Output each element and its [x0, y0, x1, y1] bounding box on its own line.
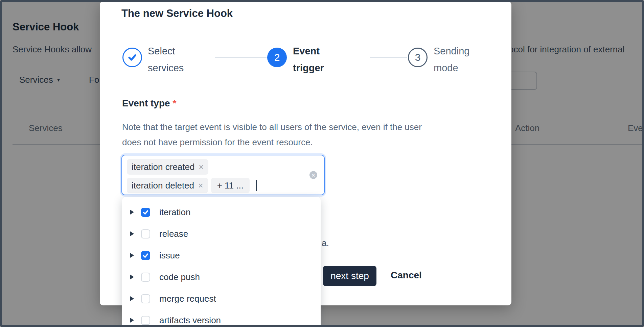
expand-caret-icon[interactable] — [130, 275, 134, 279]
step-2-circle[interactable]: 2 — [267, 48, 287, 67]
event-type-note: Note that the target event is visible to… — [122, 120, 422, 150]
dropdown-item-release[interactable]: release — [122, 223, 321, 245]
dropdown-item-merge-request[interactable]: merge request — [122, 288, 321, 309]
remove-tag-icon[interactable]: × — [198, 179, 203, 192]
checkbox-code-push[interactable] — [141, 273, 150, 282]
check-icon — [142, 252, 149, 259]
step-1-circle[interactable] — [122, 48, 142, 67]
screen-frame: Service Hook Service Hooks allow ocol fo… — [0, 0, 644, 327]
step-connector-1 — [215, 57, 267, 58]
step-3-circle[interactable]: 3 — [408, 48, 428, 67]
step-3-number: 3 — [415, 52, 421, 63]
tag-iteration-deleted[interactable]: iteration deleted × — [127, 178, 208, 193]
checkbox-artifacts-version[interactable] — [141, 316, 150, 325]
check-icon — [142, 209, 149, 216]
checkbox-iteration[interactable] — [141, 208, 150, 217]
step-2-label: Event trigger — [293, 43, 324, 76]
tag-row-2: iteration deleted × + 11 ... — [127, 178, 319, 193]
checkbox-merge-request[interactable] — [141, 294, 150, 303]
dropdown-item-issue[interactable]: issue — [122, 245, 321, 266]
step-1-label: Select services — [148, 43, 184, 76]
remove-tag-icon[interactable]: × — [199, 160, 204, 173]
event-type-multiselect[interactable]: iteration created × iteration deleted × … — [121, 155, 325, 195]
checkbox-release[interactable] — [141, 229, 150, 238]
dropdown-item-artifacts-version[interactable]: artifacts version — [122, 309, 321, 327]
modal-title: The new Service Hook — [121, 7, 233, 20]
required-asterisk: * — [173, 98, 177, 108]
expand-caret-icon[interactable] — [130, 231, 134, 236]
expand-caret-icon[interactable] — [130, 253, 134, 258]
dropdown-item-iteration[interactable]: iteration — [122, 201, 321, 223]
step-connector-2 — [370, 57, 407, 58]
check-icon — [127, 52, 137, 62]
event-type-label: Event type* — [122, 98, 177, 109]
step-2-number: 2 — [274, 52, 280, 63]
expand-caret-icon[interactable] — [130, 296, 134, 301]
dropdown-item-code-push[interactable]: code push — [122, 266, 321, 288]
tag-iteration-created[interactable]: iteration created × — [127, 159, 208, 175]
expand-caret-icon[interactable] — [130, 210, 134, 215]
step-3-label: Sending mode — [434, 43, 469, 76]
expand-caret-icon[interactable] — [130, 318, 134, 323]
text-cursor — [256, 180, 257, 191]
cancel-button[interactable]: Cancel — [391, 270, 422, 281]
checkbox-issue[interactable] — [141, 251, 150, 260]
next-step-button[interactable]: next step — [323, 266, 376, 286]
event-type-dropdown: iteration release issue code push — [122, 197, 321, 327]
tag-row-1: iteration created × — [127, 159, 319, 175]
clear-selection-icon[interactable]: ✕ — [309, 171, 317, 179]
more-tags-badge[interactable]: + 11 ... — [211, 178, 250, 193]
obscured-text-fragment: a. — [322, 238, 329, 248]
